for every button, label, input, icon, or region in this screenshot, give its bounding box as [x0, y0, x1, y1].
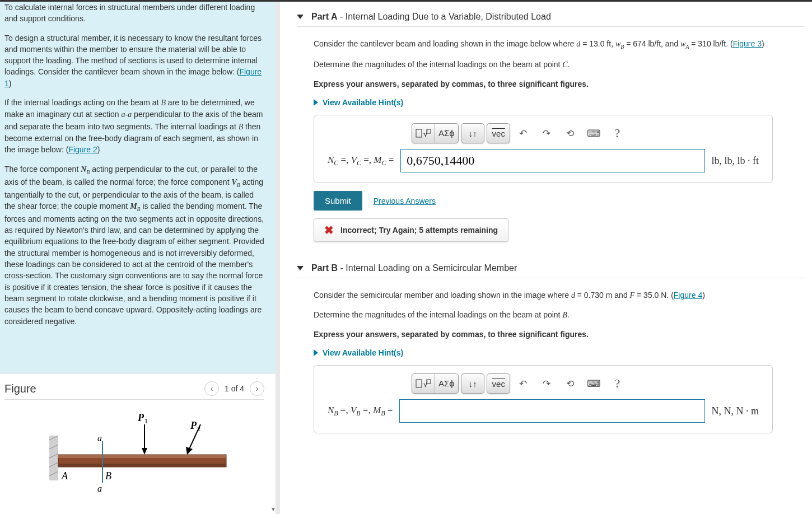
svg-rect-25: [416, 380, 422, 387]
figure-4-link[interactable]: Figure 4: [674, 291, 702, 300]
incorrect-icon: ✖: [324, 225, 334, 236]
para-objective: To calculate internal forces in structur…: [4, 2, 264, 25]
math-templates-group: √ ΑΣϕ: [412, 123, 459, 143]
figure-2-link[interactable]: Figure 2: [68, 145, 97, 154]
figure-section: Figure ‹ 1 of 4 ›: [0, 373, 276, 514]
para-forces: The force component NB acting perpendicu…: [4, 163, 264, 327]
keyboard-button[interactable]: ⌨: [583, 124, 604, 143]
figure-header: Figure ‹ 1 of 4 ›: [4, 381, 264, 400]
reset-button[interactable]: ⟲: [559, 124, 581, 143]
part-b-body: Consider the semicircular member and loa…: [297, 289, 804, 433]
part-b-eq-label: NB =, VB =, MB =: [328, 405, 393, 418]
svg-marker-11: [142, 448, 147, 455]
svg-text:a: a: [97, 484, 102, 493]
input-toolbar-b: √ ΑΣϕ ↓↑ vec ↶ ↷ ⟲ ⌨ ?: [412, 373, 759, 394]
keyboard-button[interactable]: ⌨: [583, 374, 604, 393]
svg-text:P: P: [190, 420, 197, 431]
right-column: Part A - Internal Loading Due to a Varia…: [280, 2, 812, 514]
templates-button[interactable]: √: [412, 374, 435, 393]
part-b-hints-toggle[interactable]: View Available Hint(s): [314, 348, 804, 357]
para-cut: If the internal loadings acting on the b…: [4, 97, 264, 155]
caret-right-icon: [314, 349, 318, 356]
part-a-submit-button[interactable]: Submit: [314, 191, 362, 211]
figure-prev-button[interactable]: ‹: [204, 381, 219, 396]
help-button[interactable]: ?: [606, 374, 628, 393]
part-b-units: N, N, N · m: [712, 405, 759, 417]
collapse-caret-icon: [297, 15, 304, 19]
undo-button[interactable]: ↶: [512, 374, 534, 393]
figure-counter: 1 of 4: [225, 384, 244, 393]
vec-button[interactable]: vec: [487, 374, 510, 393]
part-b-problem: Consider the semicircular member and loa…: [314, 289, 804, 301]
redo-button[interactable]: ↷: [536, 124, 557, 143]
part-a-express: Express your answers, separated by comma…: [314, 78, 804, 90]
part-b-header[interactable]: Part B - Internal Loading on a Semicircu…: [297, 259, 804, 278]
part-a-previous-answers-link[interactable]: Previous Answers: [374, 197, 436, 205]
svg-rect-22: [416, 129, 422, 137]
part-a-buttons: Submit Previous Answers: [314, 191, 804, 211]
svg-text:B: B: [105, 470, 111, 482]
part-a-problem: Consider the cantilever beam and loading…: [314, 38, 804, 51]
part-a-feedback: ✖ Incorrect; Try Again; 5 attempts remai…: [314, 218, 508, 242]
part-a-answer-input[interactable]: [400, 149, 704, 172]
greek-button[interactable]: ΑΣϕ: [435, 374, 458, 393]
part-b-express: Express your answers, separated by comma…: [314, 329, 804, 340]
svg-text:√: √: [423, 129, 428, 138]
svg-text:A: A: [61, 470, 68, 482]
reset-button[interactable]: ⟲: [559, 374, 581, 393]
part-a-units: lb, lb, lb · ft: [712, 155, 759, 167]
learning-objective-panel: To calculate internal forces in structur…: [0, 2, 276, 373]
svg-text:1: 1: [144, 417, 148, 425]
svg-text:2: 2: [197, 425, 200, 433]
part-a-input-panel: √ ΑΣϕ ↓↑ vec ↶ ↷ ⟲ ⌨ ? NC =, VC =, MC = …: [314, 115, 773, 183]
beam-diagram: P 1 P 2 a a A B: [4, 408, 264, 508]
greek-button[interactable]: ΑΣϕ: [435, 124, 458, 143]
collapse-caret-icon: [297, 266, 304, 270]
left-column: To calculate internal forces in structur…: [0, 2, 280, 514]
part-a-body: Consider the cantilever beam and loading…: [297, 38, 804, 242]
input-toolbar-a: √ ΑΣϕ ↓↑ vec ↶ ↷ ⟲ ⌨ ?: [412, 123, 759, 143]
arrows-button[interactable]: ↓↑: [461, 124, 484, 143]
help-button[interactable]: ?: [606, 124, 628, 143]
caret-right-icon: [314, 99, 318, 106]
svg-marker-13: [186, 447, 193, 455]
part-b-input-panel: √ ΑΣϕ ↓↑ vec ↶ ↷ ⟲ ⌨ ? NB =, VB =, MB = …: [314, 365, 773, 433]
svg-text:P: P: [137, 413, 144, 423]
part-b-equation-row: NB =, VB =, MB = N, N, N · m: [328, 399, 759, 423]
figure-3-link[interactable]: Figure 3: [733, 39, 762, 48]
svg-text:√: √: [423, 380, 428, 389]
figure-title: Figure: [4, 382, 36, 395]
undo-button[interactable]: ↶: [512, 124, 534, 143]
svg-rect-7: [58, 455, 226, 458]
part-a-eq-label: NC =, VC =, MC =: [328, 155, 394, 167]
para-intro: To design a structural member, it is nec…: [4, 32, 264, 89]
part-a-equation-row: NC =, VC =, MC = lb, lb, lb · ft: [328, 149, 759, 172]
feedback-text: Incorrect; Try Again; 5 attempts remaini…: [340, 226, 498, 235]
part-b-determine: Determine the magnitudes of the internal…: [314, 309, 804, 321]
svg-rect-8: [58, 464, 226, 467]
vec-button[interactable]: vec: [487, 124, 510, 143]
svg-text:a: a: [97, 433, 102, 443]
templates-button[interactable]: √: [412, 124, 435, 143]
redo-button[interactable]: ↷: [536, 374, 557, 393]
figure-next-button[interactable]: ›: [250, 381, 264, 396]
part-b-answer-input[interactable]: [399, 399, 704, 423]
part-a-hints-toggle[interactable]: View Available Hint(s): [314, 98, 804, 107]
figure-nav: ‹ 1 of 4 ›: [204, 381, 264, 396]
scroll-down-arrow[interactable]: ▼: [270, 506, 277, 514]
part-a-header[interactable]: Part A - Internal Loading Due to a Varia…: [297, 7, 804, 27]
arrows-button[interactable]: ↓↑: [461, 374, 484, 393]
part-a-determine: Determine the magnitudes of the internal…: [314, 59, 804, 71]
